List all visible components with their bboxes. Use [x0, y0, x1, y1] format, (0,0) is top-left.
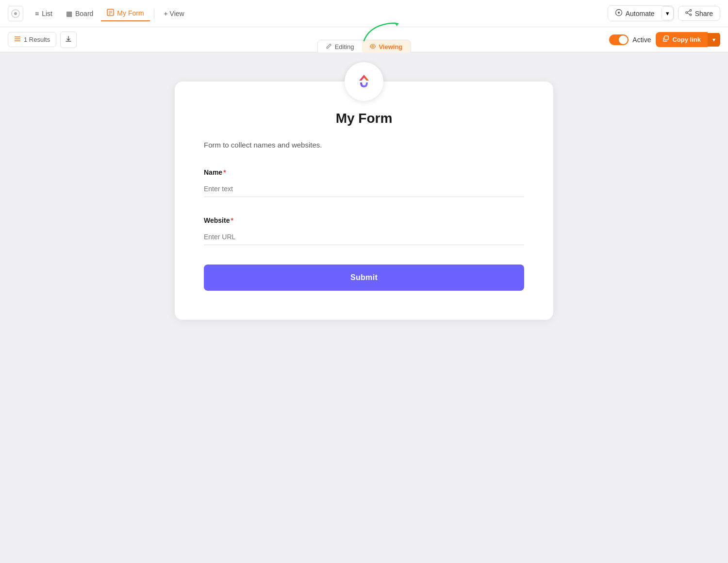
editing-mode-button[interactable]: Editing [318, 40, 362, 54]
nav-right: Automate ▾ Share [608, 5, 720, 21]
svg-point-17 [372, 45, 374, 47]
share-button[interactable]: Share [678, 6, 720, 21]
nav-item-board[interactable]: ▦ Board [60, 7, 99, 20]
name-required-star: * [223, 168, 226, 176]
viewing-icon [369, 43, 376, 51]
website-field: Website* [175, 216, 553, 245]
copy-link-main[interactable]: Copy link [656, 32, 708, 47]
sub-toolbar-left: 1 Results [8, 32, 77, 48]
svg-point-1 [14, 12, 17, 15]
automate-label: Automate [626, 10, 655, 17]
results-icon [14, 35, 21, 44]
automate-button[interactable]: Automate [608, 6, 662, 21]
nav-logo [8, 6, 23, 21]
svg-rect-19 [664, 36, 668, 40]
automate-icon [615, 9, 623, 18]
nav-item-add-view[interactable]: + View [158, 7, 190, 20]
editing-label: Editing [335, 43, 354, 50]
results-button[interactable]: 1 Results [8, 32, 56, 47]
svg-point-8 [690, 10, 692, 12]
svg-line-12 [687, 13, 690, 15]
svg-point-10 [690, 14, 692, 16]
submit-wrapper: Submit [175, 265, 553, 291]
nav-divider [154, 9, 154, 18]
download-icon [65, 35, 72, 44]
active-label: Active [632, 36, 651, 44]
automate-chevron-button[interactable]: ▾ [662, 6, 674, 20]
svg-line-11 [687, 11, 690, 12]
svg-point-9 [685, 12, 687, 14]
nav-form-label: My Form [117, 9, 144, 17]
name-label: Name* [204, 168, 524, 176]
active-toggle[interactable] [609, 34, 629, 45]
share-label: Share [695, 10, 713, 17]
form-icon [107, 9, 114, 17]
top-nav: ≡ List ▦ Board My Form + View [0, 0, 728, 27]
nav-item-list-text[interactable]: ≡ List [29, 7, 58, 20]
submit-button[interactable]: Submit [204, 265, 524, 291]
logo-circle [345, 62, 383, 101]
form-card: My Form Form to collect names and websit… [175, 82, 553, 320]
mode-toggle-group: Editing Viewing [317, 40, 411, 54]
viewing-label: Viewing [379, 43, 402, 50]
sub-toolbar-right: Active Copy link ▾ [609, 32, 720, 47]
svg-point-7 [618, 12, 620, 14]
form-title: My Form [175, 111, 553, 126]
nav-view-label: + View [164, 10, 184, 17]
list-icon: ≡ [35, 10, 39, 17]
copy-link-label: Copy link [672, 36, 701, 43]
website-required-star: * [231, 216, 233, 224]
editing-icon [326, 43, 332, 51]
name-field: Name* [175, 168, 553, 197]
viewing-mode-button[interactable]: Viewing [362, 40, 410, 54]
board-icon: ▦ [66, 10, 72, 17]
name-input[interactable] [204, 181, 524, 197]
share-icon [685, 9, 692, 17]
sub-toolbar: 1 Results Editing [0, 27, 728, 52]
logo-circle-wrapper [175, 62, 553, 101]
nav-item-form[interactable]: My Form [101, 6, 149, 21]
submit-label: Submit [350, 273, 378, 282]
form-description: Form to collect names and websites. [175, 141, 553, 149]
website-input[interactable] [204, 229, 524, 245]
copy-link-button[interactable]: Copy link ▾ [656, 32, 720, 47]
nav-list-label: List [42, 10, 52, 17]
download-button[interactable] [60, 32, 77, 48]
results-count: 1 Results [24, 36, 50, 43]
active-toggle-wrapper: Active [609, 34, 651, 45]
copy-link-chevron[interactable]: ▾ [708, 33, 720, 47]
website-label: Website* [204, 216, 524, 224]
nav-board-label: Board [75, 10, 93, 17]
copy-link-icon [662, 35, 669, 44]
main-content: My Form Form to collect names and websit… [0, 52, 728, 563]
